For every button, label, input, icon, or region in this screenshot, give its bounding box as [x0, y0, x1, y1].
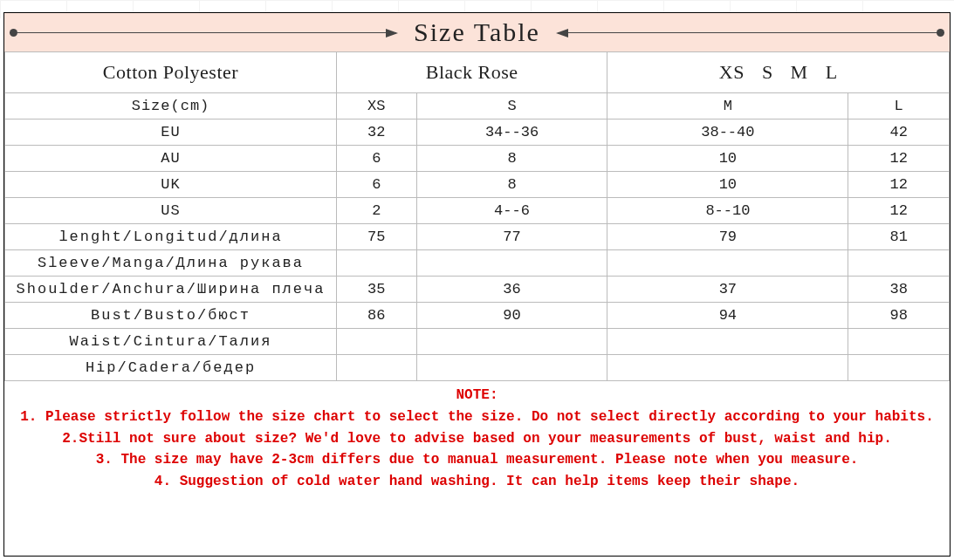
note-title: NOTE: — [13, 385, 941, 406]
table-row: Sleeve/Manga/Длина рукава — [5, 250, 950, 277]
cell — [607, 329, 848, 355]
cell — [337, 250, 417, 277]
note-line: 1. Please strictly follow the size chart… — [13, 406, 941, 428]
cell — [416, 329, 607, 355]
table-header-row: Cotton Polyester Black Rose XS S M L — [5, 52, 950, 93]
cell: 6 — [337, 172, 417, 198]
header-material: Cotton Polyester — [5, 52, 337, 93]
banner-title: Size Table — [402, 17, 552, 47]
cell: 36 — [416, 277, 607, 303]
header-sizes: XS S M L — [607, 52, 950, 93]
table-row: Bust/Busto/бюст86909498 — [5, 303, 950, 329]
cell — [416, 355, 607, 381]
table-row: lenght/Longitud/длина75777981 — [5, 224, 950, 250]
row-label: UK — [5, 172, 337, 198]
table-row: Shoulder/Anchura/Ширина плеча35363738 — [5, 277, 950, 303]
note-line: 3. The size may have 2-3cm differs due t… — [13, 449, 941, 471]
cell: 77 — [416, 224, 607, 250]
decor-line-left — [10, 32, 396, 33]
cell: 8--10 — [607, 198, 848, 224]
cell: 90 — [416, 303, 607, 329]
note-line: 4. Suggestion of cold water hand washing… — [13, 471, 941, 493]
cell: 86 — [337, 303, 417, 329]
cell: 32 — [337, 120, 417, 146]
row-label: Hip/Cadera/бедер — [5, 355, 337, 381]
cell: XS — [337, 93, 417, 120]
cell: 94 — [607, 303, 848, 329]
cell — [848, 329, 950, 355]
row-label: Size(cm) — [5, 93, 337, 120]
header-colors: Black Rose — [337, 52, 607, 93]
row-label: AU — [5, 146, 337, 172]
cell: 79 — [607, 224, 848, 250]
row-label: lenght/Longitud/длина — [5, 224, 337, 250]
cell: 75 — [337, 224, 417, 250]
cell: 35 — [337, 277, 417, 303]
cell: 10 — [607, 172, 848, 198]
size-table-card: Size Table Cotton Polyester Black Rose X… — [3, 12, 951, 557]
cell: 12 — [848, 198, 950, 224]
cell: 42 — [848, 120, 950, 146]
note-block: NOTE: 1. Please strictly follow the size… — [4, 381, 950, 500]
cell — [848, 250, 950, 277]
cell: 2 — [337, 198, 417, 224]
cell: 38 — [848, 277, 950, 303]
cell — [607, 355, 848, 381]
note-line: 2.Still not sure about size? We'd love t… — [13, 428, 941, 450]
table-row: Size(cm)XSSML — [5, 93, 950, 120]
banner: Size Table — [4, 13, 950, 51]
cell — [337, 355, 417, 381]
row-label: US — [5, 198, 337, 224]
table-row: UK681012 — [5, 172, 950, 198]
row-label: EU — [5, 120, 337, 146]
cell: 38--40 — [607, 120, 848, 146]
cell: L — [848, 93, 950, 120]
cell — [848, 355, 950, 381]
row-label: Bust/Busto/бюст — [5, 303, 337, 329]
cell — [337, 329, 417, 355]
table-row: US24--68--1012 — [5, 198, 950, 224]
table-row: Waist/Cintura/Талия — [5, 329, 950, 355]
row-label: Shoulder/Anchura/Ширина плеча — [5, 277, 337, 303]
row-label: Sleeve/Manga/Длина рукава — [5, 250, 337, 277]
cell: 34--36 — [416, 120, 607, 146]
cell — [607, 250, 848, 277]
cell: 12 — [848, 172, 950, 198]
table-row: Hip/Cadera/бедер — [5, 355, 950, 381]
cell: 4--6 — [416, 198, 607, 224]
cell: 10 — [607, 146, 848, 172]
table-row: AU681012 — [5, 146, 950, 172]
cell: M — [607, 93, 848, 120]
cell — [416, 250, 607, 277]
size-table: Cotton Polyester Black Rose XS S M L Siz… — [4, 51, 950, 381]
cell: 8 — [416, 172, 607, 198]
cell: 12 — [848, 146, 950, 172]
cell: 6 — [337, 146, 417, 172]
cell: 98 — [848, 303, 950, 329]
cell: 81 — [848, 224, 950, 250]
table-row: EU3234--3638--4042 — [5, 120, 950, 146]
decor-line-right — [558, 32, 944, 33]
cell: 37 — [607, 277, 848, 303]
cell: S — [416, 93, 607, 120]
cell: 8 — [416, 146, 607, 172]
row-label: Waist/Cintura/Талия — [5, 329, 337, 355]
